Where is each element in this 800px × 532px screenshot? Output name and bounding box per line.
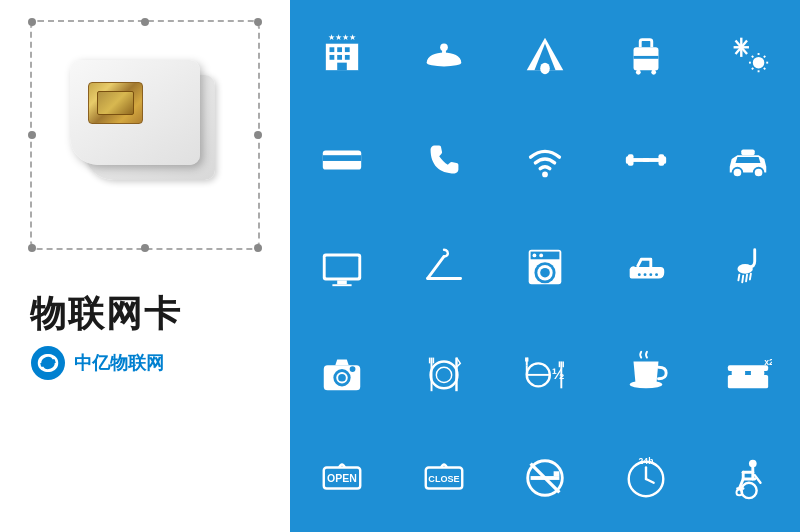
icon-credit-card[interactable] (293, 109, 391, 212)
sim-card-front (70, 60, 200, 165)
svg-rect-93 (728, 365, 768, 371)
svg-point-62 (737, 264, 752, 274)
svg-text:★★★★: ★★★★ (328, 33, 356, 42)
icon-wheelchair[interactable] (699, 426, 797, 529)
icon-temperature[interactable] (699, 3, 797, 106)
icon-restaurant[interactable] (394, 320, 492, 423)
svg-point-36 (542, 172, 548, 178)
icon-taxi[interactable] (699, 109, 797, 212)
svg-text:CLOSE: CLOSE (428, 473, 459, 483)
wheelchair-icon (724, 454, 772, 502)
svg-point-25 (753, 57, 765, 69)
svg-text:½: ½ (552, 365, 565, 382)
svg-point-55 (540, 268, 550, 278)
handle-br (254, 244, 262, 252)
svg-point-72 (430, 361, 457, 388)
taxi-icon (724, 136, 772, 184)
svg-rect-43 (741, 150, 754, 156)
brand-section: 物联网卡 中亿物联网 (0, 290, 290, 381)
svg-line-63 (738, 275, 739, 281)
svg-rect-90 (728, 375, 768, 388)
svg-rect-42 (632, 158, 661, 162)
credit-card-icon (318, 136, 366, 184)
svg-point-45 (754, 168, 764, 178)
icon-tv[interactable] (293, 215, 391, 318)
svg-point-115 (736, 489, 742, 495)
icon-iron[interactable] (597, 215, 695, 318)
icon-half-board[interactable]: ½ (496, 320, 594, 423)
icon-hanger[interactable] (394, 215, 492, 318)
icon-washer[interactable] (496, 215, 594, 318)
icon-wifi[interactable] (496, 109, 594, 212)
svg-rect-18 (634, 56, 659, 59)
svg-rect-8 (337, 55, 342, 60)
svg-point-58 (638, 273, 641, 276)
icon-close[interactable]: CLOSE (394, 426, 492, 529)
camera-icon (318, 348, 366, 396)
icon-24h[interactable]: 24h (597, 426, 695, 529)
svg-rect-13 (442, 48, 446, 56)
svg-rect-5 (337, 48, 342, 53)
gym-icon (622, 136, 670, 184)
24h-icon: 24h (622, 454, 670, 502)
handle-bm (141, 244, 149, 252)
hotel-icon: ★★★★ (318, 30, 366, 78)
svg-point-60 (650, 273, 653, 276)
luggage-icon (622, 30, 670, 78)
icon-hotel[interactable]: ★★★★ (293, 3, 391, 106)
svg-point-19 (636, 70, 641, 75)
svg-rect-7 (330, 55, 335, 60)
sim-card-container (30, 20, 260, 250)
svg-point-70 (338, 374, 346, 382)
icon-room-service[interactable] (394, 3, 492, 106)
handle-bl (28, 244, 36, 252)
svg-rect-41 (663, 156, 667, 164)
svg-line-66 (750, 274, 751, 280)
brand-logo-row: 中亿物联网 (30, 345, 164, 381)
camping-icon (521, 30, 569, 78)
icon-camera[interactable] (293, 320, 391, 423)
icon-grid: ★★★★ (290, 0, 800, 532)
wifi-icon (521, 136, 569, 184)
icon-twin-bed[interactable]: x2 (699, 320, 797, 423)
room-service-icon (420, 30, 468, 78)
svg-point-73 (436, 367, 451, 382)
iron-icon (622, 242, 670, 290)
svg-line-30 (752, 56, 753, 57)
twin-bed-icon: x2 (724, 348, 772, 396)
svg-rect-101 (554, 471, 560, 476)
icon-coffee[interactable] (597, 320, 695, 423)
svg-rect-47 (326, 256, 359, 277)
icon-luggage[interactable] (597, 3, 695, 106)
svg-rect-9 (345, 55, 350, 60)
brand-title: 物联网卡 (30, 290, 182, 339)
svg-rect-6 (345, 48, 350, 53)
icon-no-smoking[interactable] (496, 426, 594, 529)
coffee-icon (622, 348, 670, 396)
close-sign-icon: CLOSE (420, 454, 468, 502)
svg-rect-40 (626, 156, 630, 164)
svg-point-16 (540, 63, 550, 75)
svg-point-59 (644, 273, 647, 276)
icon-open[interactable]: OPEN (293, 426, 391, 529)
icon-shower[interactable] (699, 215, 797, 318)
svg-line-105 (646, 479, 654, 483)
handle-tr (254, 18, 262, 26)
company-name: 中亿物联网 (74, 351, 164, 375)
svg-point-44 (732, 168, 742, 178)
svg-point-56 (533, 254, 537, 258)
tv-icon (318, 242, 366, 290)
svg-point-114 (741, 482, 756, 497)
icon-camping[interactable] (496, 3, 594, 106)
svg-point-71 (350, 366, 356, 372)
temperature-icon (724, 30, 772, 78)
svg-rect-48 (337, 280, 347, 284)
svg-rect-49 (333, 284, 352, 286)
svg-point-89 (630, 380, 663, 388)
icon-phone[interactable] (394, 109, 492, 212)
shower-icon (724, 242, 772, 290)
svg-line-65 (746, 275, 747, 282)
left-panel: 物联网卡 中亿物联网 (0, 0, 290, 532)
sim-chip (88, 82, 143, 124)
icon-gym[interactable] (597, 109, 695, 212)
